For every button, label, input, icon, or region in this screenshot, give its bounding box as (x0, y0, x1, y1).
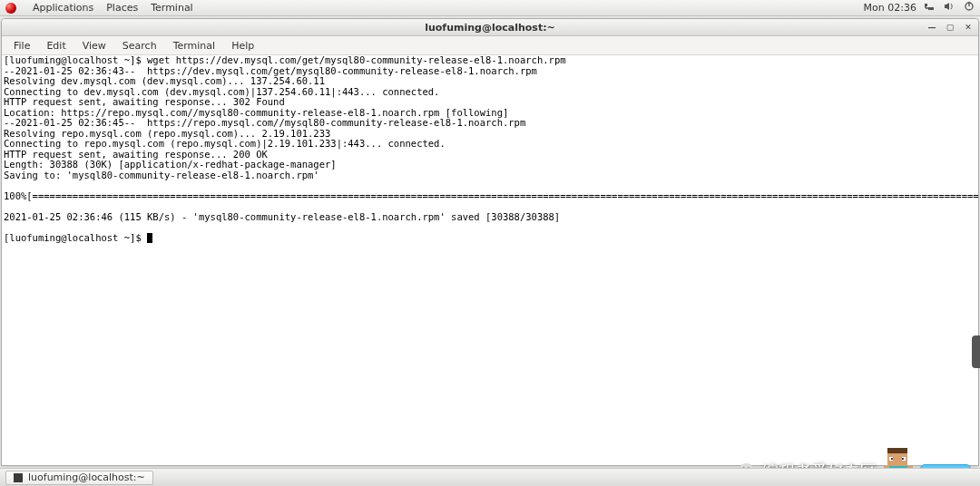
output-line: HTTP request sent, awaiting response... … (4, 96, 285, 107)
output-line: Length: 30388 (30K) [application/x-redha… (4, 159, 337, 170)
prompt: [luofuming@localhost ~]$ (4, 55, 147, 65)
panel-handle[interactable] (972, 335, 980, 368)
output-line: 2021-01-25 02:36:46 (115 KB/s) - 'mysql8… (4, 211, 560, 222)
command-text: wget https://dev.mysql.com/get/mysql80-c… (147, 55, 565, 65)
distro-logo-icon[interactable] (5, 3, 16, 14)
menu-search[interactable]: Search (116, 38, 163, 53)
volume-icon[interactable] (944, 1, 955, 15)
window-titlebar[interactable]: luofuming@localhost:~ — ▢ ✕ (2, 19, 978, 36)
menu-edit[interactable]: Edit (40, 38, 72, 53)
output-line: Connecting to repo.mysql.com (repo.mysql… (4, 138, 446, 149)
output-line: --2021-01-25 02:36:43-- https://dev.mysq… (4, 65, 537, 76)
terminal-output[interactable]: [luofuming@localhost ~]$ wget https://de… (2, 55, 978, 465)
menu-help[interactable]: Help (225, 38, 260, 53)
network-icon[interactable] (924, 1, 935, 15)
terminal-menubar: File Edit View Search Terminal Help (2, 36, 978, 55)
topbar-left: Applications Places Terminal (5, 2, 193, 14)
output-line: HTTP request sent, awaiting response... … (4, 149, 268, 160)
svg-rect-16 (902, 458, 904, 460)
terminal-window: luofuming@localhost:~ — ▢ ✕ File Edit Vi… (1, 18, 979, 466)
svg-rect-14 (891, 458, 893, 460)
prompt: [luofuming@localhost ~]$ (4, 232, 147, 243)
power-icon[interactable] (964, 1, 975, 15)
svg-rect-0 (925, 4, 927, 6)
svg-rect-12 (887, 448, 907, 453)
taskbar-item-terminal[interactable]: luofuming@localhost:~ (5, 471, 153, 485)
terminal-cursor (147, 233, 152, 243)
output-line: Saving to: 'mysql80-community-release-el… (4, 170, 319, 180)
taskbar-item-label: luofuming@localhost:~ (28, 471, 145, 483)
menu-applications[interactable]: Applications (33, 2, 93, 14)
menu-view[interactable]: View (76, 38, 113, 53)
progress-bar-line: 100%[===================================… (4, 190, 978, 201)
menu-terminal[interactable]: Terminal (167, 38, 222, 53)
taskbar: luofuming@localhost:~ (0, 468, 980, 486)
output-line: Connecting to dev.mysql.com (dev.mysql.c… (4, 86, 439, 97)
output-line: Resolving repo.mysql.com (repo.mysql.com… (4, 128, 330, 139)
window-maximize-button[interactable]: ▢ (944, 21, 956, 34)
menu-places[interactable]: Places (106, 2, 138, 14)
menu-terminal[interactable]: Terminal (151, 2, 193, 14)
window-minimize-button[interactable]: — (926, 21, 938, 34)
topbar-clock[interactable]: Mon 02:36 (864, 2, 916, 14)
output-line: --2021-01-25 02:36:45-- https://repo.mys… (4, 117, 525, 128)
system-tray (924, 1, 975, 15)
gnome-topbar: Applications Places Terminal Mon 02:36 (0, 0, 980, 16)
menu-file[interactable]: File (7, 38, 36, 53)
terminal-icon (14, 473, 23, 482)
window-close-button[interactable]: ✕ (962, 21, 975, 34)
output-line: Resolving dev.mysql.com (dev.mysql.com).… (4, 75, 325, 86)
output-line: Location: https://repo.mysql.com//mysql8… (4, 107, 508, 118)
window-title: luofuming@localhost:~ (425, 22, 555, 34)
